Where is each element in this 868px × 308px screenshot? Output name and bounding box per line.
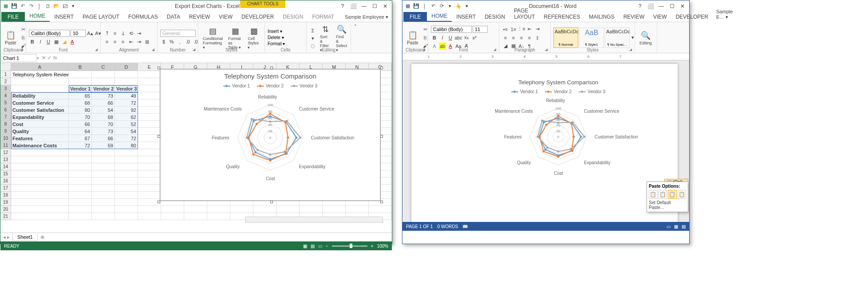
cell[interactable] [92,170,115,178]
underline-button[interactable]: U [45,38,52,45]
styles-gallery[interactable]: AaBbCcDc¶ NormalAaB¶ Style1AaBbCcDc¶ No … [553,28,630,48]
cell[interactable] [115,170,138,178]
word-document-area[interactable]: 123 4567 Telephony System Comparison Ven… [402,53,689,222]
help-icon[interactable]: ? [635,2,645,10]
cell[interactable] [138,213,161,220]
tab-developer[interactable]: DEVELOPER [237,12,278,22]
cell[interactable]: Features [11,135,69,142]
bold-button[interactable]: B [431,34,438,41]
row-header[interactable]: 3 [0,85,11,92]
align-left-icon[interactable]: ≡ [502,34,509,41]
bullets-icon[interactable]: •≡ [502,26,509,33]
cell[interactable] [138,178,161,185]
superscript-icon[interactable]: x² [471,34,478,41]
view-read-mode-icon[interactable]: ▭ [667,224,671,229]
cell[interactable] [115,156,138,163]
align-center-icon[interactable]: ≡ [510,34,517,41]
cell[interactable]: 80 [115,142,138,149]
number-dialog-launcher-icon[interactable]: ◢ [193,47,197,52]
row-header[interactable]: 16 [0,178,11,185]
cell[interactable] [253,206,276,213]
cell[interactable] [92,163,115,170]
font-dialog-launcher-icon[interactable]: ◢ [493,47,498,52]
cell[interactable]: Telephony System Review Scores [11,71,69,78]
cell[interactable] [92,156,115,163]
percent-format-icon[interactable]: % [168,38,175,45]
row-header[interactable]: 20 [0,206,11,213]
cell[interactable]: Maintenance Costs [11,142,69,149]
cell[interactable] [138,206,161,213]
font-dialog-launcher-icon[interactable]: ◢ [95,47,99,52]
tab-mailings[interactable]: MAILINGS [584,12,619,22]
cell[interactable] [115,78,138,85]
cell[interactable] [184,213,207,220]
cell[interactable]: Quality [11,128,69,135]
ribbon-display-icon[interactable]: ⬜ [348,2,358,10]
row-header[interactable]: 2 [0,78,11,85]
align-right-icon[interactable]: ≡ [119,38,126,45]
cell[interactable]: 73 [92,128,115,135]
help-icon[interactable]: ? [338,2,347,10]
tab-page-layout[interactable]: PAGE LAYOUT [509,6,539,22]
new-sheet-icon[interactable]: ⊕ [40,234,44,240]
zoom-out-icon[interactable]: − [326,244,328,249]
cell[interactable]: Vendor 1 [69,85,92,92]
alignment-dialog-launcher-icon[interactable]: ◢ [152,47,156,52]
close-icon[interactable]: ✕ [678,2,687,10]
cell[interactable]: 54 [92,107,115,114]
paste-use-dest-icon[interactable]: 📋 [659,190,667,199]
row-header[interactable]: 14 [0,163,11,170]
cell[interactable] [300,206,323,213]
conditional-formatting-button[interactable]: ▤Conditional Formatting ▾ [201,25,225,51]
cell[interactable] [138,149,161,156]
cell[interactable]: 70 [92,121,115,128]
paste-picture-icon[interactable]: 📋 [678,190,687,199]
cell[interactable]: Expandability [11,114,69,121]
cell[interactable] [92,185,115,192]
column-header[interactable]: D [115,63,138,71]
cell[interactable] [69,78,92,85]
user-menu[interactable]: Sample E… ▾ [713,7,736,22]
cell[interactable] [115,185,138,192]
multilevel-list-icon[interactable]: ⋮≡ [518,26,525,33]
open-icon[interactable]: 📂 [53,3,60,10]
cell[interactable]: 70 [69,114,92,121]
cell[interactable]: 66 [92,135,115,142]
file-tab[interactable]: FILE [1,12,25,22]
cell[interactable] [69,163,92,170]
increase-indent-icon[interactable]: ⇥ [135,38,142,45]
clipboard-dialog-launcher-icon[interactable]: ◢ [20,47,25,52]
tab-data[interactable]: DATA [162,12,185,22]
row-header[interactable]: 18 [0,192,11,199]
tab-view[interactable]: VIEW [649,12,671,22]
tab-page-layout[interactable]: PAGE LAYOUT [78,12,124,22]
cell[interactable] [69,192,92,199]
cell[interactable] [207,213,230,220]
cell[interactable]: 52 [115,121,138,128]
cell[interactable]: 65 [69,92,92,99]
align-left-icon[interactable]: ≡ [103,38,110,45]
cell[interactable] [369,206,392,213]
underline-button[interactable]: U [447,34,454,41]
autosum-icon[interactable]: Σ [309,27,316,34]
tab-insert[interactable]: INSERT [50,12,78,22]
cell[interactable]: Reliability [11,92,69,99]
cell[interactable] [115,71,138,78]
cell[interactable] [69,170,92,178]
tab-insert[interactable]: INSERT [452,12,480,22]
row-header[interactable]: 12 [0,149,11,156]
wrap-text-icon[interactable]: ⇥ [135,30,142,37]
cell[interactable]: 64 [69,128,92,135]
cell[interactable] [92,213,115,220]
cell[interactable] [11,213,69,220]
cell[interactable]: Vendor 3 [115,85,138,92]
undo-icon[interactable]: ↶ [430,3,437,10]
strikethrough-icon[interactable]: abc [455,34,462,41]
cell[interactable] [115,149,138,156]
cell[interactable] [138,142,161,149]
new-file-icon[interactable]: 🗋 [44,3,51,10]
redo-icon[interactable]: ↷ [28,3,35,10]
cell[interactable]: 66 [69,121,92,128]
cell[interactable] [115,178,138,185]
cell[interactable] [11,78,69,85]
